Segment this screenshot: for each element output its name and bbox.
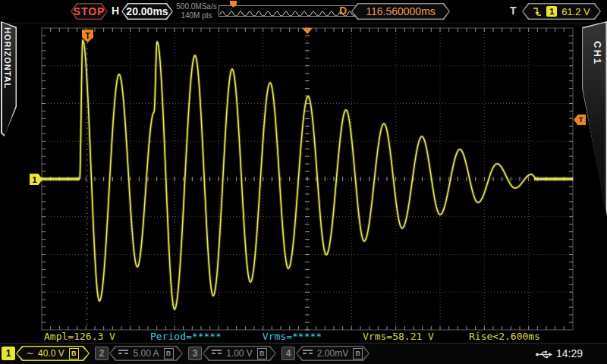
- horizontal-tab-label: HORIZONTAL: [3, 27, 12, 89]
- ch1-tab-label: CH1: [592, 41, 603, 65]
- graticule: [0, 0, 607, 364]
- delay-button[interactable]: 116.560000ms: [351, 3, 450, 20]
- dc-coupling-icon: [118, 350, 128, 357]
- channel-3-scale: 1.00 V: [226, 348, 253, 359]
- dc-coupling-icon: [212, 350, 222, 357]
- trigger-level-value: 61.2 V: [561, 6, 590, 17]
- timebase-value: 20.00ms: [121, 3, 173, 20]
- delay-value: 116.560000ms: [351, 3, 450, 20]
- falling-edge-icon: [533, 6, 542, 17]
- run-state-label: STOP: [71, 3, 108, 20]
- timebase-button[interactable]: 20.00ms: [121, 3, 173, 20]
- bandwidth-limit-icon: B: [164, 348, 174, 359]
- run-state-button[interactable]: STOP: [71, 3, 108, 20]
- bandwidth-limit-icon: B: [257, 348, 267, 359]
- trigger-source-badge: 1: [546, 6, 557, 17]
- dc-coupling-icon: [303, 350, 313, 357]
- channel-4-scale: 2.00mV: [317, 348, 348, 359]
- ac-coupling-icon: ~: [27, 350, 33, 357]
- bandwidth-limit-icon: B: [353, 348, 363, 359]
- trigger-button[interactable]: 1 61.2 V: [522, 3, 601, 20]
- channel-2-scale: 5.00 A: [133, 348, 159, 359]
- oscilloscope-screen: STOP H 20.00ms 500.0MSa/s 140M pts D 116…: [0, 0, 607, 364]
- bandwidth-limit-icon: B: [69, 348, 79, 359]
- channel-1-scale: 40.0 V: [38, 348, 64, 359]
